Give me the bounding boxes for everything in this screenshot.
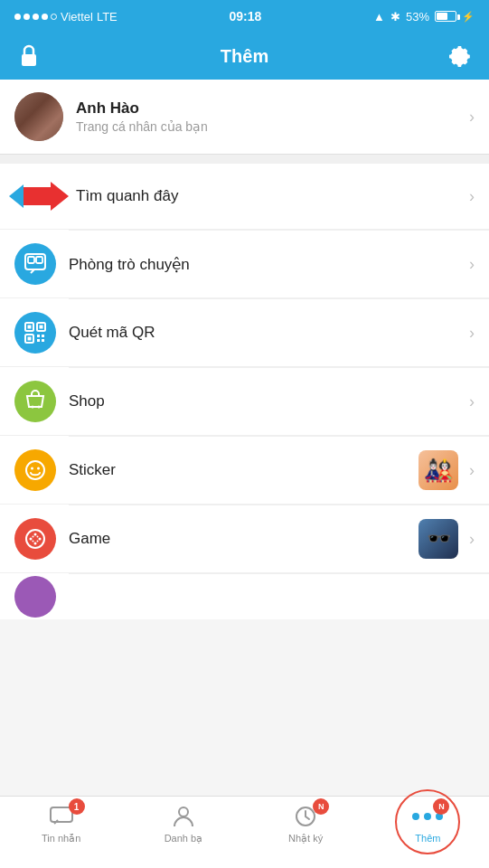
messages-badge: 1	[69, 798, 85, 815]
menu-item-sticker[interactable]: Sticker 🎎 ›	[0, 437, 489, 505]
diary-badge: N	[313, 798, 329, 815]
svg-point-21	[39, 538, 42, 541]
charging-icon: ⚡	[462, 11, 475, 23]
network-label: LTE	[97, 10, 118, 24]
avatar	[14, 92, 63, 141]
signal-dot-2	[24, 14, 30, 20]
lock-button[interactable]	[14, 42, 43, 71]
qr-scan-chevron: ›	[469, 324, 475, 343]
battery-icon	[435, 11, 456, 22]
svg-point-16	[26, 461, 44, 479]
header: Thêm	[0, 33, 489, 80]
menu-item-chat-room[interactable]: Phòng trò chuyện ›	[0, 231, 489, 298]
svg-point-15	[38, 406, 41, 409]
tab-contacts-icon-wrap	[169, 804, 198, 829]
tab-diary-label: Nhật ký	[288, 833, 323, 844]
status-bar: Viettel LTE 09:18 ▲ ✱ 53% ⚡	[0, 0, 489, 33]
svg-rect-2	[28, 257, 34, 263]
sticker-chevron: ›	[469, 461, 475, 480]
avatar-image	[14, 92, 63, 141]
contacts-icon	[173, 805, 194, 828]
game-label: Game	[69, 530, 418, 548]
svg-rect-3	[36, 257, 42, 263]
tab-diary-icon-wrap: N	[291, 804, 320, 829]
partial-icon	[14, 576, 56, 618]
svg-rect-0	[22, 54, 36, 66]
profile-row[interactable]: Anh Hào Trang cá nhân của bạn ›	[0, 80, 489, 155]
signal-dot-3	[33, 14, 39, 20]
carrier-label: Viettel	[61, 10, 93, 24]
svg-rect-10	[37, 335, 40, 337]
lock-icon	[19, 44, 39, 68]
signal-dot-1	[14, 14, 21, 20]
tab-diary[interactable]: N Nhật ký	[245, 804, 367, 844]
menu-item-game[interactable]: Game 🕶️ ›	[0, 505, 489, 573]
status-right: ▲ ✱ 53% ⚡	[373, 10, 475, 24]
signal-dots	[14, 14, 57, 20]
svg-point-17	[31, 467, 33, 470]
svg-point-25	[37, 536, 39, 538]
svg-point-27	[37, 541, 39, 542]
tab-contacts[interactable]: Danh bạ	[122, 804, 244, 844]
svg-rect-9	[28, 337, 32, 341]
svg-point-26	[33, 541, 34, 542]
sticker-label: Sticker	[69, 461, 418, 479]
more-badge: N	[433, 798, 449, 815]
signal-dot-4	[42, 14, 48, 20]
game-icon	[14, 518, 56, 560]
status-time: 09:18	[230, 9, 262, 24]
svg-rect-12	[37, 339, 40, 342]
page-title: Thêm	[43, 46, 446, 67]
battery-percent: 53%	[406, 10, 429, 24]
qr-scan-icon	[14, 312, 56, 354]
svg-point-19	[26, 530, 44, 548]
settings-button[interactable]	[446, 42, 475, 71]
svg-point-29	[179, 807, 188, 816]
svg-rect-7	[28, 326, 32, 329]
chat-room-chevron: ›	[469, 255, 475, 274]
divider-1	[0, 155, 489, 164]
tab-contacts-label: Danh bạ	[165, 833, 202, 844]
game-thumbnail: 🕶️	[418, 519, 458, 559]
svg-point-20	[30, 538, 33, 541]
svg-point-22	[34, 533, 37, 536]
battery-fill	[437, 13, 447, 20]
qr-scan-label: Quét mã QR	[69, 324, 469, 342]
shop-label: Shop	[69, 392, 469, 410]
bluetooth-icon: ✱	[390, 10, 400, 24]
gear-icon	[448, 44, 472, 68]
tab-bar: 1 Tin nhắn Danh bạ N Nhật ký	[0, 796, 489, 868]
svg-point-23	[34, 542, 37, 545]
profile-name: Anh Hào	[76, 99, 469, 118]
menu-item-qr-scan[interactable]: Quét mã QR ›	[0, 299, 489, 367]
svg-point-14	[32, 406, 34, 409]
profile-subtitle: Trang cá nhân của bạn	[76, 119, 469, 134]
svg-point-24	[33, 536, 34, 538]
tab-more[interactable]: N Thêm	[367, 804, 489, 844]
chat-room-label: Phòng trò chuyện	[69, 255, 469, 274]
profile-info: Anh Hào Trang cá nhân của bạn	[76, 99, 469, 134]
location-icon: ▲	[373, 10, 385, 24]
tab-messages[interactable]: 1 Tin nhắn	[0, 804, 122, 844]
tab-messages-label: Tin nhắn	[42, 833, 80, 844]
profile-chevron: ›	[469, 108, 475, 127]
chat-room-icon	[14, 243, 56, 285]
dot-1	[412, 813, 419, 820]
find-nearby-chevron: ›	[469, 187, 475, 206]
svg-rect-8	[40, 326, 43, 329]
tab-more-icon-wrap: N	[413, 804, 442, 829]
menu-item-find-nearby[interactable]: Tìm quanh đây ›	[0, 164, 489, 230]
tab-more-label: Thêm	[415, 833, 440, 844]
svg-rect-13	[42, 339, 44, 342]
game-chevron: ›	[469, 530, 475, 549]
svg-rect-11	[42, 335, 44, 337]
find-nearby-icon	[14, 176, 63, 216]
menu-section: Tìm quanh đây › Phòng trò chuyện ›	[0, 164, 489, 619]
status-left: Viettel LTE	[14, 10, 118, 24]
shop-chevron: ›	[469, 392, 475, 411]
shop-icon	[14, 381, 56, 422]
menu-item-partial[interactable]	[0, 574, 489, 619]
find-nearby-label: Tìm quanh đây	[76, 187, 469, 205]
dot-2	[424, 813, 431, 820]
menu-item-shop[interactable]: Shop ›	[0, 368, 489, 436]
